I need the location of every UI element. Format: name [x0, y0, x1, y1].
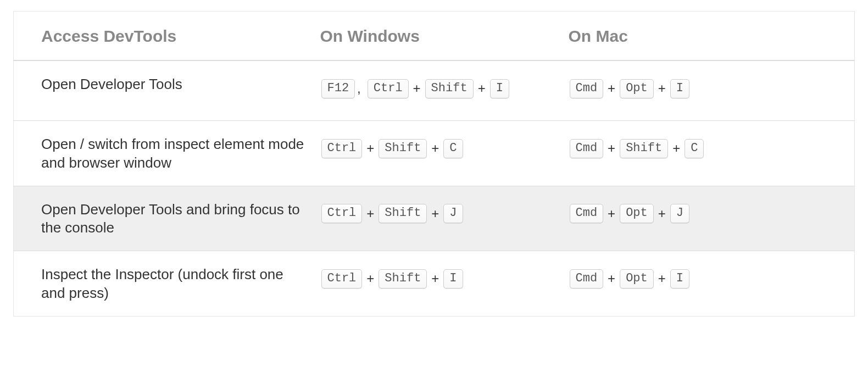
key-separator: + — [366, 135, 374, 162]
table-row: Open Developer Tools and bring focus to … — [14, 186, 855, 251]
key: Opt — [620, 79, 654, 98]
key-separator: + — [366, 201, 374, 227]
key: C — [685, 139, 704, 158]
key-separator: + — [608, 75, 615, 102]
key: J — [443, 204, 463, 223]
table-row: Open Developer ToolsF12,Ctrl+Shift+ICmd+… — [14, 60, 855, 121]
key-separator: , — [357, 75, 361, 102]
key-separator: + — [608, 201, 615, 227]
table-row: Open / switch from inspect element mode … — [14, 121, 855, 186]
key-separator: + — [413, 75, 421, 102]
key-separator: + — [431, 135, 439, 162]
table-header-row: Access DevTools On Windows On Mac — [14, 12, 855, 61]
key-separator: + — [658, 201, 666, 227]
mac-cell: Cmd+Opt+I — [563, 251, 855, 317]
key: I — [443, 269, 463, 289]
header-access-devtools: Access DevTools — [14, 12, 315, 61]
key: Opt — [620, 204, 654, 223]
mac-cell: Cmd+Opt+J — [563, 186, 855, 251]
key-separator: + — [658, 265, 666, 292]
key: Opt — [620, 269, 654, 289]
key-separator: + — [478, 75, 486, 102]
key: J — [670, 204, 689, 223]
key: I — [670, 269, 689, 289]
mac-cell: Cmd+Opt+I — [563, 60, 855, 121]
key: Ctrl — [368, 79, 409, 98]
key-separator: + — [658, 75, 666, 102]
key-separator: + — [608, 265, 615, 292]
key: Cmd — [570, 79, 604, 98]
key: Cmd — [570, 204, 604, 223]
key: I — [670, 79, 689, 98]
windows-cell: Ctrl+Shift+I — [315, 251, 563, 317]
action-cell: Inspect the Inspector (undock first one … — [14, 251, 315, 317]
key: Ctrl — [321, 269, 363, 289]
shortcuts-table: Access DevTools On Windows On Mac Open D… — [13, 11, 855, 317]
key: Shift — [620, 139, 668, 158]
key-separator: + — [672, 135, 680, 162]
action-cell: Open Developer Tools — [14, 60, 315, 121]
key: Ctrl — [321, 139, 363, 158]
windows-cell: Ctrl+Shift+J — [315, 186, 563, 251]
windows-cell: F12,Ctrl+Shift+I — [315, 60, 563, 121]
key: Shift — [379, 269, 427, 289]
table-row: Inspect the Inspector (undock first one … — [14, 251, 855, 317]
key: C — [443, 139, 463, 158]
key: F12 — [321, 79, 355, 98]
key-separator: + — [366, 265, 374, 292]
action-cell: Open Developer Tools and bring focus to … — [14, 186, 315, 251]
header-on-windows: On Windows — [315, 12, 563, 61]
key: Ctrl — [321, 204, 363, 223]
key-separator: + — [431, 265, 439, 292]
key: Cmd — [570, 139, 604, 158]
header-on-mac: On Mac — [563, 12, 855, 61]
key: Shift — [379, 204, 427, 223]
key-separator: + — [431, 201, 439, 227]
key: I — [490, 79, 509, 98]
key: Cmd — [570, 269, 604, 289]
action-cell: Open / switch from inspect element mode … — [14, 121, 315, 186]
key-separator: + — [608, 135, 615, 162]
key: Shift — [425, 79, 474, 98]
windows-cell: Ctrl+Shift+C — [315, 121, 563, 186]
mac-cell: Cmd+Shift+C — [563, 121, 855, 186]
key: Shift — [379, 139, 427, 158]
